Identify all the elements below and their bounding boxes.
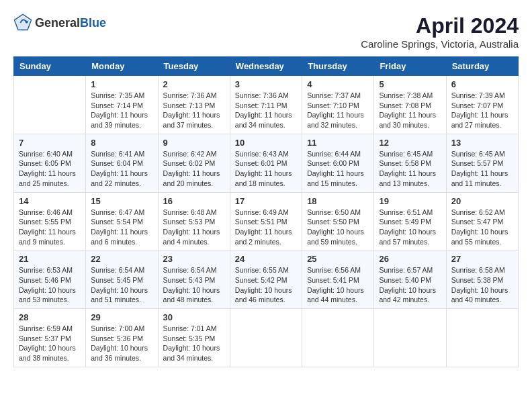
header-row: SundayMondayTuesdayWednesdayThursdayFrid…: [14, 57, 519, 76]
day-cell-4: 4Sunrise: 7:37 AM Sunset: 7:10 PM Daylig…: [302, 76, 374, 134]
day-content: Sunrise: 7:01 AM Sunset: 5:35 PM Dayligh…: [163, 324, 225, 363]
month-title: April 2024: [361, 13, 519, 38]
day-number: 21: [19, 254, 81, 264]
location-title: Caroline Springs, Victoria, Australia: [361, 38, 519, 50]
day-cell-28: 28Sunrise: 6:59 AM Sunset: 5:37 PM Dayli…: [14, 309, 86, 367]
day-number: 12: [379, 138, 441, 148]
day-content: Sunrise: 6:44 AM Sunset: 6:00 PM Dayligh…: [307, 149, 369, 189]
day-number: 27: [451, 254, 513, 264]
day-cell-20: 20Sunrise: 6:52 AM Sunset: 5:47 PM Dayli…: [446, 192, 518, 250]
week-row-4: 21Sunrise: 6:53 AM Sunset: 5:46 PM Dayli…: [14, 250, 519, 309]
title-section: April 2024 Caroline Springs, Victoria, A…: [361, 13, 519, 50]
day-number: 16: [163, 196, 225, 206]
day-number: 18: [307, 196, 369, 206]
day-number: 28: [19, 312, 81, 322]
day-cell-5: 5Sunrise: 7:38 AM Sunset: 7:08 PM Daylig…: [374, 76, 446, 134]
day-number: 9: [163, 138, 225, 148]
header-cell-tuesday: Tuesday: [158, 57, 230, 76]
day-cell-14: 14Sunrise: 6:46 AM Sunset: 5:55 PM Dayli…: [14, 192, 86, 250]
logo-general: General: [35, 16, 80, 30]
day-content: Sunrise: 7:35 AM Sunset: 7:14 PM Dayligh…: [91, 91, 152, 130]
week-row-1: 1Sunrise: 7:35 AM Sunset: 7:14 PM Daylig…: [14, 76, 519, 134]
day-number: 30: [163, 312, 225, 322]
day-cell-9: 9Sunrise: 6:42 AM Sunset: 6:02 PM Daylig…: [158, 134, 230, 192]
day-content: Sunrise: 6:51 AM Sunset: 5:49 PM Dayligh…: [379, 208, 441, 247]
day-content: Sunrise: 7:00 AM Sunset: 5:36 PM Dayligh…: [91, 324, 152, 363]
week-row-3: 14Sunrise: 6:46 AM Sunset: 5:55 PM Dayli…: [14, 192, 519, 250]
empty-cell: [230, 309, 302, 367]
week-row-2: 7Sunrise: 6:40 AM Sunset: 6:05 PM Daylig…: [14, 134, 519, 192]
day-cell-11: 11Sunrise: 6:44 AM Sunset: 6:00 PM Dayli…: [302, 134, 374, 192]
day-content: Sunrise: 6:45 AM Sunset: 5:58 PM Dayligh…: [379, 149, 441, 189]
day-number: 26: [379, 254, 441, 264]
day-number: 4: [307, 79, 369, 89]
empty-cell: [14, 76, 86, 134]
day-content: Sunrise: 7:39 AM Sunset: 7:07 PM Dayligh…: [451, 91, 513, 130]
header-cell-saturday: Saturday: [446, 57, 518, 76]
day-number: 23: [163, 254, 225, 264]
day-cell-29: 29Sunrise: 7:00 AM Sunset: 5:36 PM Dayli…: [86, 309, 158, 367]
day-cell-16: 16Sunrise: 6:48 AM Sunset: 5:53 PM Dayli…: [158, 192, 230, 250]
logo-icon: [13, 13, 32, 32]
day-content: Sunrise: 6:45 AM Sunset: 5:57 PM Dayligh…: [451, 149, 513, 189]
day-content: Sunrise: 6:52 AM Sunset: 5:47 PM Dayligh…: [451, 208, 513, 247]
header-cell-friday: Friday: [374, 57, 446, 76]
day-cell-10: 10Sunrise: 6:43 AM Sunset: 6:01 PM Dayli…: [230, 134, 302, 192]
header-cell-thursday: Thursday: [302, 57, 374, 76]
day-cell-12: 12Sunrise: 6:45 AM Sunset: 5:58 PM Dayli…: [374, 134, 446, 192]
day-number: 22: [91, 254, 152, 264]
day-content: Sunrise: 6:54 AM Sunset: 5:45 PM Dayligh…: [91, 265, 152, 305]
day-cell-8: 8Sunrise: 6:41 AM Sunset: 6:04 PM Daylig…: [86, 134, 158, 192]
day-number: 6: [451, 79, 513, 89]
day-number: 20: [451, 196, 513, 206]
day-number: 1: [91, 79, 152, 89]
day-cell-23: 23Sunrise: 6:54 AM Sunset: 5:43 PM Dayli…: [158, 250, 230, 309]
day-content: Sunrise: 6:50 AM Sunset: 5:50 PM Dayligh…: [307, 208, 369, 247]
day-cell-30: 30Sunrise: 7:01 AM Sunset: 5:35 PM Dayli…: [158, 309, 230, 367]
day-cell-27: 27Sunrise: 6:58 AM Sunset: 5:38 PM Dayli…: [446, 250, 518, 309]
day-content: Sunrise: 6:55 AM Sunset: 5:42 PM Dayligh…: [235, 265, 297, 305]
day-content: Sunrise: 6:46 AM Sunset: 5:55 PM Dayligh…: [19, 208, 81, 247]
day-cell-24: 24Sunrise: 6:55 AM Sunset: 5:42 PM Dayli…: [230, 250, 302, 309]
empty-cell: [374, 309, 446, 367]
day-number: 8: [91, 138, 152, 148]
day-cell-25: 25Sunrise: 6:56 AM Sunset: 5:41 PM Dayli…: [302, 250, 374, 309]
day-cell-22: 22Sunrise: 6:54 AM Sunset: 5:45 PM Dayli…: [86, 250, 158, 309]
day-number: 7: [19, 138, 81, 148]
day-number: 25: [307, 254, 369, 264]
day-cell-7: 7Sunrise: 6:40 AM Sunset: 6:05 PM Daylig…: [14, 134, 86, 192]
day-number: 14: [19, 196, 81, 206]
day-number: 13: [451, 138, 513, 148]
week-row-5: 28Sunrise: 6:59 AM Sunset: 5:37 PM Dayli…: [14, 309, 519, 367]
day-content: Sunrise: 6:42 AM Sunset: 6:02 PM Dayligh…: [163, 149, 225, 189]
empty-cell: [446, 309, 518, 367]
day-number: 29: [91, 312, 152, 322]
day-cell-26: 26Sunrise: 6:57 AM Sunset: 5:40 PM Dayli…: [374, 250, 446, 309]
day-content: Sunrise: 6:57 AM Sunset: 5:40 PM Dayligh…: [379, 265, 441, 305]
calendar-table: SundayMondayTuesdayWednesdayThursdayFrid…: [13, 56, 519, 367]
day-cell-3: 3Sunrise: 7:36 AM Sunset: 7:11 PM Daylig…: [230, 76, 302, 134]
day-cell-15: 15Sunrise: 6:47 AM Sunset: 5:54 PM Dayli…: [86, 192, 158, 250]
logo-blue: Blue: [80, 16, 106, 30]
day-cell-2: 2Sunrise: 7:36 AM Sunset: 7:13 PM Daylig…: [158, 76, 230, 134]
svg-point-2: [26, 21, 28, 24]
day-content: Sunrise: 6:47 AM Sunset: 5:54 PM Dayligh…: [91, 208, 152, 247]
day-number: 5: [379, 79, 441, 89]
day-content: Sunrise: 7:36 AM Sunset: 7:11 PM Dayligh…: [235, 91, 297, 130]
day-number: 19: [379, 196, 441, 206]
day-content: Sunrise: 6:41 AM Sunset: 6:04 PM Dayligh…: [91, 149, 152, 189]
empty-cell: [302, 309, 374, 367]
day-content: Sunrise: 6:56 AM Sunset: 5:41 PM Dayligh…: [307, 265, 369, 305]
day-content: Sunrise: 6:54 AM Sunset: 5:43 PM Dayligh…: [163, 265, 225, 305]
day-cell-6: 6Sunrise: 7:39 AM Sunset: 7:07 PM Daylig…: [446, 76, 518, 134]
header-cell-monday: Monday: [86, 57, 158, 76]
header-cell-wednesday: Wednesday: [230, 57, 302, 76]
day-content: Sunrise: 6:53 AM Sunset: 5:46 PM Dayligh…: [19, 265, 81, 305]
day-content: Sunrise: 6:59 AM Sunset: 5:37 PM Dayligh…: [19, 324, 81, 363]
day-content: Sunrise: 7:36 AM Sunset: 7:13 PM Dayligh…: [163, 91, 225, 130]
day-cell-21: 21Sunrise: 6:53 AM Sunset: 5:46 PM Dayli…: [14, 250, 86, 309]
day-content: Sunrise: 7:38 AM Sunset: 7:08 PM Dayligh…: [379, 91, 441, 130]
day-number: 15: [91, 196, 152, 206]
day-content: Sunrise: 6:48 AM Sunset: 5:53 PM Dayligh…: [163, 208, 225, 247]
day-number: 17: [235, 196, 297, 206]
